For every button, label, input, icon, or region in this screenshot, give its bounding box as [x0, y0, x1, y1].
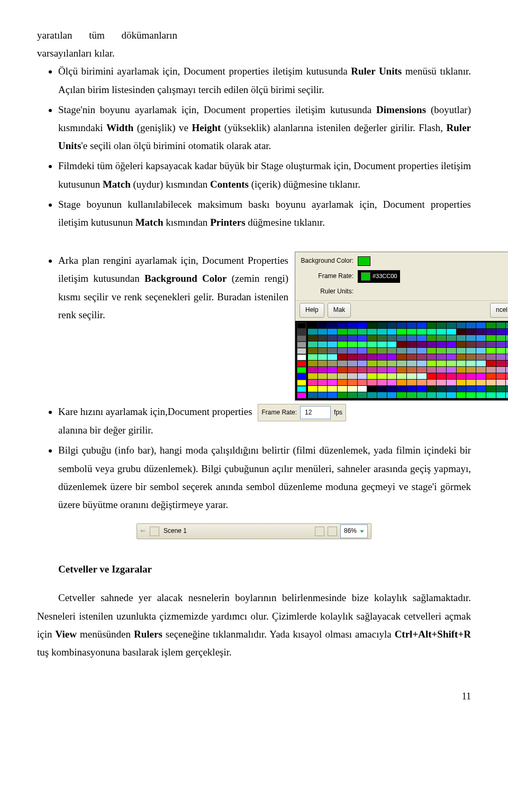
- color-palette[interactable]: [295, 321, 508, 400]
- w1: yaratılan: [37, 26, 72, 44]
- page-number: 11: [37, 688, 471, 705]
- bullet-list-1: Ölçü birimini ayarlamak için, Document p…: [37, 62, 471, 232]
- scene-label: Scene 1: [164, 525, 187, 537]
- rulers-paragraph: Cetveller sahnede yer alacak nesnelerin …: [37, 589, 471, 661]
- hex-value: #33CC00: [373, 271, 397, 282]
- zoom-dropdown[interactable]: 86%: [340, 524, 368, 538]
- fr-unit: fps: [334, 407, 342, 419]
- intro-line-1: yaratılan tüm dökümanların: [37, 26, 177, 44]
- bullet-infobar: Bilgi çubuğu (info bar), hangi moda çalı…: [58, 441, 471, 514]
- scene-icon[interactable]: [150, 527, 159, 536]
- bullet-list-2: Arka plan rengini ayarlamak için, Docume…: [37, 252, 471, 514]
- scene-bar: ⇐ Scene 1 86%: [137, 523, 371, 539]
- fr-label: Frame Rate:: [261, 407, 297, 419]
- bullet-bgcolor: Arka plan rengini ayarlamak için, Docume…: [58, 252, 471, 401]
- fr-input[interactable]: 12: [300, 406, 331, 420]
- bgcolor-label: Background Color:: [300, 255, 358, 267]
- make-button[interactable]: Mak: [328, 303, 351, 318]
- chevron-down-icon: [360, 530, 364, 533]
- hex-display: #33CC00: [358, 270, 400, 283]
- bullet-item: Ölçü birimini ayarlamak için, Document p…: [58, 62, 471, 98]
- fr-text-b: alanına bir değer girilir.: [58, 421, 471, 439]
- hex-swatch: [361, 272, 370, 281]
- intro-line-2: varsayılanları kılar.: [37, 44, 471, 62]
- w3: dökümanların: [121, 26, 177, 44]
- w2: tüm: [89, 26, 105, 44]
- cancel-button[interactable]: ncel: [490, 303, 508, 318]
- help-button[interactable]: Help: [300, 303, 324, 318]
- zoom-value: 86%: [344, 525, 357, 537]
- bullet-framerate: Kare hızını ayarlamak için,Document prop…: [58, 403, 471, 440]
- bullet-item: Filmdeki tüm öğeleri kapsayacak kadar bü…: [58, 157, 471, 193]
- bullet-item: Stage boyunun kullanılabilecek maksimum …: [58, 196, 471, 232]
- rulerunits-label: Ruler Units:: [300, 286, 358, 298]
- framerate-widget: Frame Rate: 12 fps: [258, 404, 346, 422]
- back-arrow-icon[interactable]: ⇐: [140, 525, 146, 537]
- fr-text-a: Kare hızını ayarlamak için,Document prop…: [58, 406, 252, 417]
- framerate-label: Frame Rate:: [300, 271, 358, 282]
- edit-scene-icon[interactable]: [315, 527, 324, 536]
- bgcolor-swatch[interactable]: [358, 256, 370, 266]
- section-heading: Cetveller ve Izgaralar: [58, 560, 471, 578]
- bullet-item: Stage'nin boyunu ayarlamak için, Documen…: [58, 101, 471, 155]
- color-picker-panel: Background Color: Frame Rate: #33CC00 Ru…: [295, 252, 508, 401]
- edit-symbol-icon[interactable]: [328, 527, 337, 536]
